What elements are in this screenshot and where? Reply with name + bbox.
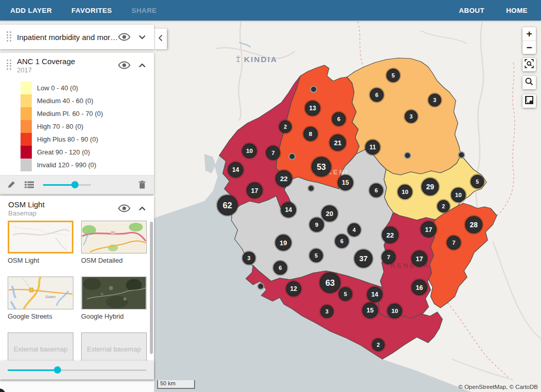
value-bubble[interactable]: 5 — [339, 287, 352, 301]
chevron-down-icon[interactable] — [139, 35, 146, 40]
basemap-option-google-hybrid[interactable]: Google Hybrid — [81, 277, 147, 320]
chevron-left-icon — [158, 34, 163, 44]
value-bubble[interactable]: 6 — [274, 261, 287, 275]
map-canvas[interactable]: KINDIAMAKENIKENEMA5631336282111107531422… — [0, 21, 541, 392]
basemap-opacity-slider[interactable] — [8, 366, 146, 374]
value-bubble[interactable]: 21 — [330, 134, 346, 151]
map-fragment — [0, 388, 5, 392]
panel-collapse-button[interactable] — [154, 29, 167, 49]
data-table-icon[interactable] — [25, 181, 34, 188]
svg-text:5: 5 — [476, 179, 479, 185]
slider-thumb[interactable] — [71, 181, 79, 188]
value-bubble[interactable]: 9 — [310, 218, 324, 232]
value-bubble[interactable]: 20 — [321, 205, 338, 222]
value-bubble[interactable]: 7 — [447, 236, 460, 249]
nav-favorites[interactable]: FAVORITES — [71, 7, 112, 14]
value-bubble[interactable]: 62 — [217, 195, 238, 215]
zoom-out-button[interactable]: − — [523, 41, 536, 54]
svg-text:21: 21 — [334, 139, 342, 147]
value-bubble[interactable]: 3 — [242, 251, 255, 264]
svg-text:10: 10 — [246, 147, 253, 154]
basemap-title: OSM Light — [8, 200, 118, 209]
value-bubble[interactable]: 19 — [275, 234, 291, 250]
basemap-option-osm-light[interactable]: OSM Light — [8, 221, 73, 264]
value-bubble[interactable]: 3 — [404, 110, 417, 123]
measure-ruler-icon — [525, 95, 534, 107]
legend-swatch — [21, 82, 32, 94]
zoom-in-button[interactable]: + — [523, 27, 536, 41]
value-bubble[interactable]: 15 — [362, 303, 378, 318]
value-bubble[interactable]: 22 — [276, 170, 292, 187]
delete-trash-icon[interactable] — [139, 181, 146, 189]
value-bubble[interactable]: 37 — [354, 249, 373, 268]
visibility-eye-icon[interactable] — [118, 204, 130, 212]
visibility-eye-icon[interactable] — [118, 33, 130, 41]
value-bubble[interactable]: 6 — [370, 88, 384, 102]
value-bubble[interactable]: 53 — [312, 157, 331, 177]
legend-item: High Plus 80 - 90 (0) — [21, 133, 154, 146]
layer-opacity-slider[interactable] — [43, 181, 91, 188]
value-bubble[interactable]: 3 — [320, 305, 333, 318]
chevron-up-icon[interactable] — [139, 63, 146, 68]
value-bubble[interactable]: 2 — [372, 339, 384, 351]
value-bubble[interactable]: 29 — [421, 178, 439, 195]
value-bubble[interactable]: 5 — [387, 69, 400, 82]
svg-text:15: 15 — [342, 179, 349, 186]
value-bubble[interactable]: 12 — [286, 281, 301, 296]
zoom-to-layers-button[interactable] — [523, 58, 536, 71]
value-bubble[interactable]: 17 — [247, 183, 263, 199]
value-bubble[interactable]: 28 — [465, 216, 482, 233]
value-bubble[interactable]: 10 — [242, 144, 257, 159]
value-bubble[interactable]: 14 — [228, 162, 243, 178]
value-bubble[interactable]: 6 — [335, 234, 349, 248]
value-bubble[interactable]: 17 — [421, 222, 437, 238]
basemap-option-osm-detailed[interactable]: OSM Detailed — [81, 221, 147, 264]
value-bubble[interactable]: 4 — [347, 223, 361, 237]
value-bubble[interactable]: 16 — [412, 280, 428, 296]
panel-scrollbar[interactable] — [150, 222, 153, 354]
chevron-up-icon[interactable] — [139, 206, 146, 211]
drag-handle-icon[interactable] — [7, 60, 12, 71]
choropleth-map[interactable]: KINDIAMAKENIKENEMA5631336282111107531422… — [154, 21, 541, 392]
value-bubble[interactable]: 14 — [367, 287, 382, 302]
search-button[interactable] — [523, 76, 536, 89]
svg-text:5: 5 — [392, 72, 395, 79]
measure-button[interactable] — [523, 94, 536, 108]
visibility-eye-icon[interactable] — [118, 61, 130, 69]
value-bubble[interactable]: 3 — [428, 93, 441, 106]
value-bubble[interactable]: 2 — [437, 200, 450, 212]
nav-home[interactable]: HOME — [506, 7, 528, 14]
value-bubble[interactable]: 7 — [381, 250, 395, 264]
nav-add-layer[interactable]: ADD LAYER — [10, 7, 52, 14]
nav-share[interactable]: SHARE — [131, 7, 157, 14]
value-bubble[interactable]: 6 — [332, 112, 346, 126]
value-bubble[interactable]: 63 — [320, 272, 340, 293]
svg-text:3: 3 — [247, 255, 250, 261]
value-bubble[interactable]: 5 — [310, 249, 323, 262]
svg-text:63: 63 — [325, 278, 335, 287]
value-bubble[interactable]: 17 — [412, 251, 428, 267]
svg-text:20: 20 — [326, 210, 333, 218]
value-bubble[interactable]: 10 — [451, 188, 466, 203]
svg-text:7: 7 — [272, 150, 275, 156]
value-bubble[interactable]: 15 — [338, 175, 353, 190]
value-bubble[interactable]: 8 — [303, 127, 318, 141]
map-attribution: © OpenStreetMap, © CartoDB — [458, 384, 538, 390]
basemap-option-google-streets[interactable]: Dulem Google Streets — [8, 277, 73, 320]
nav-about[interactable]: ABOUT — [459, 7, 485, 14]
value-bubble[interactable]: 13 — [305, 101, 320, 116]
value-bubble[interactable]: 7 — [266, 146, 280, 160]
value-bubble[interactable]: 5 — [471, 175, 484, 188]
value-bubble[interactable]: 2 — [279, 121, 292, 133]
drag-handle-icon[interactable] — [7, 31, 12, 43]
value-bubble[interactable]: 11 — [365, 140, 380, 155]
value-bubble[interactable]: 22 — [382, 227, 398, 243]
slider-thumb[interactable] — [54, 366, 61, 374]
value-bubble[interactable]: 10 — [388, 304, 402, 319]
edit-pencil-icon[interactable] — [7, 181, 15, 189]
legend-swatch — [21, 94, 32, 107]
svg-text:10: 10 — [391, 307, 398, 314]
value-bubble[interactable]: 6 — [370, 184, 383, 198]
value-bubble[interactable]: 14 — [281, 202, 296, 218]
value-bubble[interactable]: 10 — [398, 185, 413, 200]
